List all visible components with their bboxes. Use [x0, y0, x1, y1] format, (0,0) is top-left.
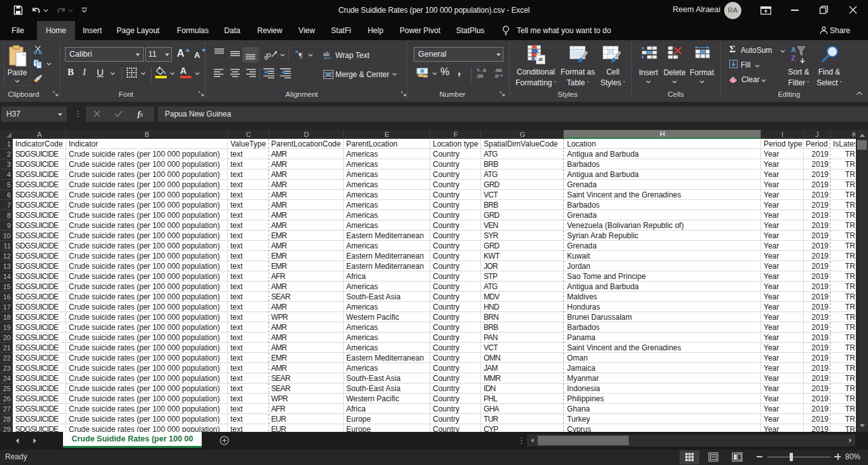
svg-text:Z: Z — [791, 54, 795, 62]
svg-text:ab: ab — [263, 50, 272, 61]
svg-text:ab: ab — [323, 51, 330, 57]
svg-text:A: A — [791, 46, 796, 54]
svg-text:¶: ¶ — [299, 51, 303, 59]
svg-text:.00: .00 — [476, 73, 484, 78]
